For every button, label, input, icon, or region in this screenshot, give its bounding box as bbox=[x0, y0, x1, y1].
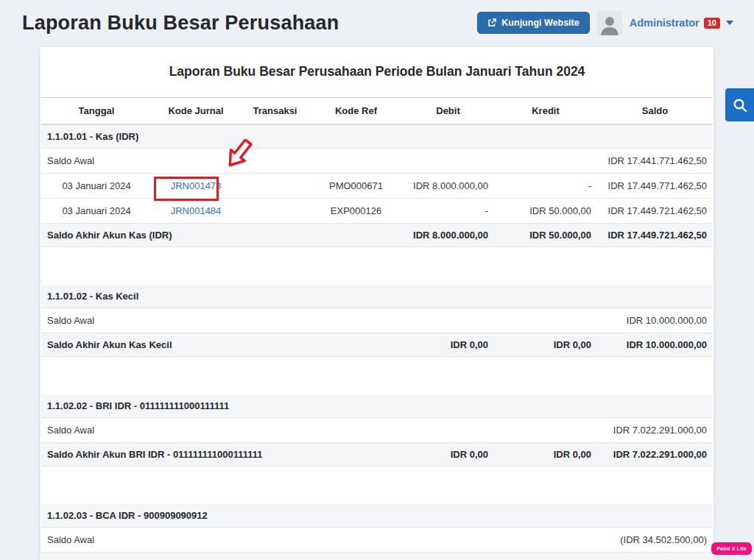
section-row: 1.1.02.03 - BCA IDR - 900909090912 bbox=[41, 504, 713, 528]
txn-row: 03 Januari 2024JRN001478PMO000671IDR 8.0… bbox=[41, 174, 713, 199]
cell-saldo: (IDR 34.502.500,00) bbox=[597, 553, 713, 560]
total-row: Saldo Akhir Akun Kas (IDR)IDR 8.000.000,… bbox=[41, 224, 713, 247]
cell-kredit bbox=[494, 418, 597, 443]
opening-row: Saldo AwalIDR 17.441.771.462,50 bbox=[41, 149, 713, 174]
user-name: Administrator bbox=[630, 17, 700, 29]
report-title: Laporan Buku Besar Perusahaan Periode Bu… bbox=[40, 47, 714, 97]
visit-website-label: Kunjungi Website bbox=[501, 18, 579, 28]
col-header-tanggal: Tanggal bbox=[41, 98, 152, 125]
cell-debit: IDR 8.000.000,00 bbox=[402, 224, 494, 247]
cell-debit bbox=[402, 528, 494, 553]
search-button[interactable] bbox=[725, 88, 754, 121]
cell-kredit bbox=[494, 149, 597, 174]
cell-debit: - bbox=[402, 199, 494, 224]
cell-saldo: (IDR 34.502.500,00) bbox=[597, 528, 713, 553]
col-header-kode-ref: Kode Ref bbox=[310, 98, 402, 125]
cell-saldo: IDR 7.022.291.000,00 bbox=[597, 443, 713, 467]
cell-kode-ref: PMO000671 bbox=[310, 174, 402, 199]
cell-kredit: IDR 50.000,00 bbox=[494, 199, 597, 224]
search-icon bbox=[732, 97, 748, 113]
closing-balance-label: Saldo Akhir Akun Kas Kecil bbox=[41, 333, 402, 357]
cell-saldo: IDR 17.441.771.462,50 bbox=[597, 149, 713, 174]
cell-kredit bbox=[494, 528, 597, 553]
ledger-table: Tanggal Kode Jurnal Transaksi Kode Ref D… bbox=[41, 97, 713, 560]
notification-badge: 10 bbox=[704, 18, 720, 29]
col-header-debit: Debit bbox=[402, 98, 494, 125]
spacer-cell bbox=[41, 247, 713, 286]
opening-balance-label: Saldo Awal bbox=[41, 418, 402, 443]
cell-saldo: IDR 10.000.000,00 bbox=[597, 308, 713, 333]
cell-kredit: IDR 0,00 bbox=[494, 553, 597, 560]
col-header-transaksi: Transaksi bbox=[240, 98, 310, 125]
account-section-label: 1.1.01.01 - Kas (IDR) bbox=[41, 124, 713, 149]
cell-debit: IDR 0,00 bbox=[402, 443, 494, 467]
cell-kredit: IDR 50.000,00 bbox=[494, 224, 597, 247]
cell-debit: IDR 8.000.000,00 bbox=[402, 174, 494, 199]
chevron-down-icon bbox=[726, 21, 733, 25]
ledger-table-body: 1.1.01.01 - Kas (IDR)Saldo AwalIDR 17.44… bbox=[41, 124, 713, 560]
section-row: 1.1.01.02 - Kas Kecil bbox=[41, 285, 713, 308]
total-row: Saldo Akhir Akun BRI IDR - 0111111110001… bbox=[41, 443, 713, 467]
visit-website-button[interactable]: Kunjungi Website bbox=[477, 12, 589, 34]
cell-transaksi bbox=[240, 199, 310, 224]
account-section-label: 1.1.02.03 - BCA IDR - 900909090912 bbox=[41, 504, 713, 528]
watermark-badge: Paint X Lite bbox=[711, 542, 752, 555]
ledger-table-header: Tanggal Kode Jurnal Transaksi Kode Ref D… bbox=[41, 98, 713, 125]
cell-debit bbox=[402, 308, 494, 333]
cell-debit: IDR 0,00 bbox=[402, 333, 494, 357]
cell-debit bbox=[402, 418, 494, 443]
topbar-controls: Kunjungi Website Administrator 10 bbox=[477, 10, 733, 35]
total-row: Saldo Akhir Akun Kas KecilIDR 0,00IDR 0,… bbox=[41, 333, 713, 357]
cell-tanggal: 03 Januari 2024 bbox=[41, 199, 152, 224]
cell-kredit: - bbox=[494, 174, 597, 199]
journal-link[interactable]: JRN001478 bbox=[171, 180, 222, 191]
report-card: Laporan Buku Besar Perusahaan Periode Bu… bbox=[40, 47, 714, 560]
spacer-cell bbox=[41, 357, 713, 395]
cell-kredit bbox=[494, 308, 597, 333]
col-header-kredit: Kredit bbox=[494, 98, 597, 125]
opening-balance-label: Saldo Awal bbox=[41, 308, 402, 333]
col-header-kode-jurnal: Kode Jurnal bbox=[152, 98, 240, 125]
cell-saldo: IDR 17.449.721.462,50 bbox=[597, 199, 713, 224]
cell-saldo: IDR 17.449.721.462,50 bbox=[597, 224, 713, 247]
cell-tanggal: 03 Januari 2024 bbox=[41, 174, 152, 199]
cell-kredit: IDR 0,00 bbox=[494, 443, 597, 467]
cell-transaksi bbox=[240, 174, 310, 199]
opening-row: Saldo Awal(IDR 34.502.500,00) bbox=[41, 528, 713, 553]
opening-balance-label: Saldo Awal bbox=[41, 149, 402, 174]
spacer-row bbox=[41, 247, 713, 286]
cell-debit bbox=[402, 149, 494, 174]
account-section-label: 1.1.01.02 - Kas Kecil bbox=[41, 285, 713, 308]
opening-row: Saldo AwalIDR 10.000.000,00 bbox=[41, 308, 713, 333]
col-header-saldo: Saldo bbox=[597, 98, 713, 125]
cell-kode-jurnal: JRN001478 bbox=[152, 174, 240, 199]
account-section-label: 1.1.02.02 - BRI IDR - 011111111000111111 bbox=[41, 394, 713, 418]
cell-saldo: IDR 17.449.771.462,50 bbox=[597, 174, 713, 199]
cell-debit: IDR 0,00 bbox=[402, 553, 494, 560]
user-menu[interactable]: Administrator 10 bbox=[630, 17, 733, 29]
cell-saldo: IDR 7.022.291.000,00 bbox=[597, 418, 713, 443]
section-row: 1.1.01.01 - Kas (IDR) bbox=[41, 124, 713, 149]
txn-row: 03 Januari 2024JRN001484EXP000126-IDR 50… bbox=[41, 199, 713, 224]
section-row: 1.1.02.02 - BRI IDR - 011111111000111111 bbox=[41, 394, 713, 418]
topbar: Laporan Buku Besar Perusahaan Kunjungi W… bbox=[0, 0, 754, 43]
cell-kode-jurnal: JRN001484 bbox=[152, 199, 240, 224]
spacer-row bbox=[41, 467, 713, 505]
cell-kredit: IDR 0,00 bbox=[494, 333, 597, 357]
closing-balance-label: Saldo Akhir Akun Kas (IDR) bbox=[41, 224, 402, 247]
external-link-icon bbox=[487, 18, 496, 27]
opening-balance-label: Saldo Awal bbox=[41, 528, 402, 553]
spacer-row bbox=[41, 357, 713, 395]
page-title: Laporan Buku Besar Perusahaan bbox=[22, 12, 339, 35]
journal-link[interactable]: JRN001484 bbox=[171, 205, 222, 216]
avatar[interactable] bbox=[597, 10, 622, 35]
closing-balance-label: Saldo Akhir Akun BRI IDR - 0111111110001… bbox=[41, 443, 402, 467]
opening-row: Saldo AwalIDR 7.022.291.000,00 bbox=[41, 418, 713, 443]
spacer-cell bbox=[41, 467, 713, 505]
cell-kode-ref: EXP000126 bbox=[310, 199, 402, 224]
closing-balance-label: Saldo Akhir Akun BCA IDR - 900909090912 bbox=[41, 553, 402, 560]
total-row: Saldo Akhir Akun BCA IDR - 900909090912I… bbox=[41, 553, 713, 560]
cell-saldo: IDR 10.000.000,00 bbox=[597, 333, 713, 357]
